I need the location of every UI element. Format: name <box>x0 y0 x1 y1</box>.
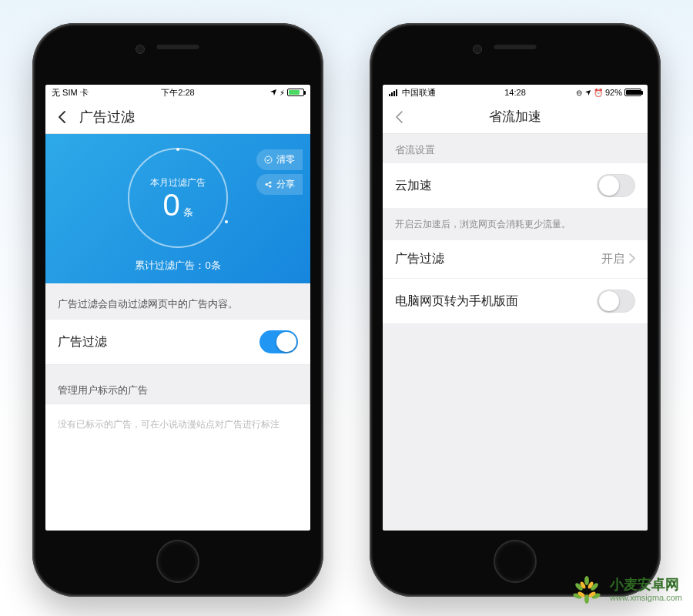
wheat-logo-icon <box>570 573 604 607</box>
section-header: 管理用户标示的广告 <box>45 365 310 403</box>
share-icon <box>264 180 273 189</box>
count-circle: 本月过滤广告 0 条 <box>128 148 228 248</box>
status-time: 下午2:28 <box>45 87 310 99</box>
watermark: 小麦安卓网 www.xmsigma.com <box>570 573 682 607</box>
page-title: 广告过滤 <box>79 108 135 126</box>
stats-panel: 清零 分享 本月过滤广告 0 条 累计过滤广告：0条 <box>45 134 310 283</box>
back-button[interactable] <box>45 110 79 124</box>
share-button[interactable]: 分享 <box>256 174 303 195</box>
desktop-to-mobile-row[interactable]: 电脑网页转为手机版面 <box>383 279 648 324</box>
clear-label: 清零 <box>276 153 295 166</box>
count-number: 0 <box>162 189 179 220</box>
clear-icon <box>264 156 273 164</box>
home-button[interactable] <box>494 540 537 583</box>
nav-bar: 省流加速 <box>383 100 648 134</box>
watermark-url: www.xmsigma.com <box>610 593 682 603</box>
status-bar: 无 SIM 卡 下午2:28 ⚡︎ <box>45 85 310 100</box>
clear-button[interactable]: 清零 <box>256 149 303 170</box>
ad-filter-toggle-row: 广告过滤 <box>45 319 310 365</box>
hint-text: 开启云加速后，浏览网页会消耗更少流量。 <box>383 209 648 240</box>
row-label: 广告过滤 <box>395 251 444 267</box>
home-button[interactable] <box>156 540 199 583</box>
description-text: 广告过滤会自动过滤网页中的广告内容。 <box>45 283 310 319</box>
watermark-brand: 小麦安卓网 <box>610 577 682 593</box>
empty-space <box>383 324 648 531</box>
nav-bar: 广告过滤 <box>45 100 310 134</box>
svg-point-8 <box>584 576 589 585</box>
svg-point-13 <box>584 594 589 604</box>
screen-left: 无 SIM 卡 下午2:28 ⚡︎ 广告过滤 <box>45 85 310 531</box>
total-label: 累计过滤广告：0条 <box>135 259 220 273</box>
cloud-accel-row[interactable]: 云加速 <box>383 163 648 209</box>
page-title: 省流加速 <box>383 108 648 126</box>
row-value: 开启 <box>601 252 624 266</box>
status-time: 14:28 <box>383 88 648 97</box>
count-unit: 条 <box>183 206 193 219</box>
row-label: 云加速 <box>395 178 432 194</box>
toggle-label: 广告过滤 <box>58 334 107 350</box>
phone-mockup-right: 中国联通 14:28 ⊖ ⏰ 92% 省流加速 <box>370 23 661 597</box>
ad-filter-toggle[interactable] <box>259 330 298 353</box>
status-bar: 中国联通 14:28 ⊖ ⏰ 92% <box>383 85 648 100</box>
phone-mockup-left: 无 SIM 卡 下午2:28 ⚡︎ 广告过滤 <box>32 23 323 597</box>
section-header: 省流设置 <box>383 134 648 163</box>
ad-filter-row[interactable]: 广告过滤 开启 <box>383 240 648 279</box>
screen-right: 中国联通 14:28 ⊖ ⏰ 92% 省流加速 <box>383 85 648 531</box>
battery-icon <box>624 89 641 96</box>
share-label: 分享 <box>276 178 295 191</box>
svg-point-0 <box>265 156 272 163</box>
chevron-right-icon <box>629 253 635 266</box>
cloud-accel-toggle[interactable] <box>597 174 635 197</box>
battery-icon <box>287 89 304 96</box>
empty-state-text: 没有已标示的广告，可在小说动漫站点对广告进行标注 <box>45 403 310 531</box>
row-label: 电脑网页转为手机版面 <box>395 293 518 310</box>
desktop-to-mobile-toggle[interactable] <box>597 290 635 313</box>
count-caption: 本月过滤广告 <box>150 176 206 189</box>
